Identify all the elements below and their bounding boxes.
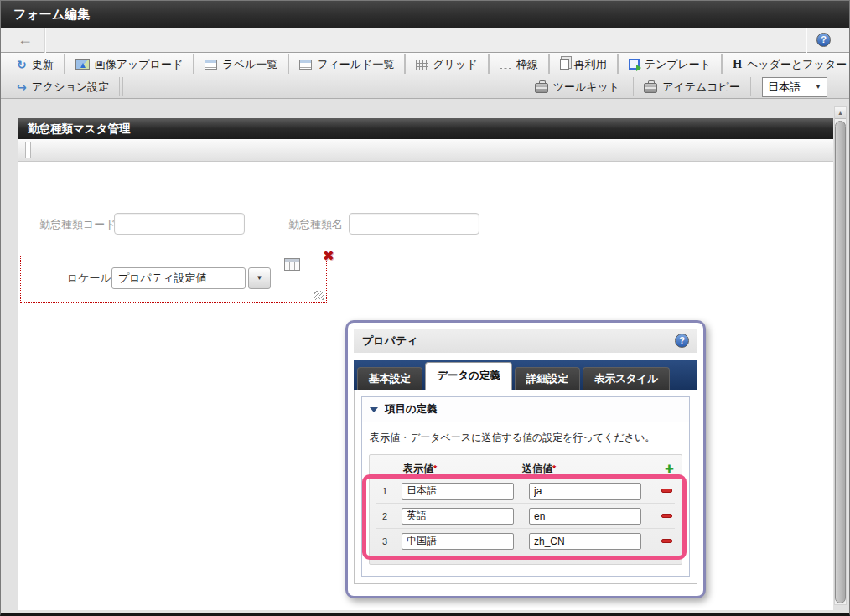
item-copy-icon xyxy=(644,83,657,93)
section-body: 表示値・データベースに送信する値の設定を行ってください。 表示値* 送信値* ✚… xyxy=(362,422,689,572)
remove-row-button[interactable] xyxy=(661,539,672,543)
tab-detail-settings[interactable]: 詳細設定 xyxy=(515,367,580,390)
scroll-thumb[interactable] xyxy=(835,121,846,603)
toolbar-button-label: ツールキット xyxy=(553,80,620,95)
tab-display-style[interactable]: 表示スタイル xyxy=(583,367,670,390)
section-header[interactable]: 項目の定義 xyxy=(362,397,689,422)
field-list-icon xyxy=(299,60,312,70)
row-number: 2 xyxy=(376,511,393,521)
toolbar-button-border[interactable]: 枠線 xyxy=(490,54,547,75)
toolbar-separator xyxy=(548,54,550,74)
toolbar-button-label: ヘッダーとフッター xyxy=(747,57,847,72)
table-row: 2 xyxy=(376,503,675,528)
toolbar-separator xyxy=(617,54,619,74)
row-number: 1 xyxy=(376,486,393,496)
locale-select[interactable]: プロパティ設定値 xyxy=(111,267,246,289)
nav-separator xyxy=(44,28,46,53)
update-icon: ↻ xyxy=(17,59,27,70)
locale-widget[interactable]: ロケール プロパティ設定値 ▼ ✖ xyxy=(20,256,327,303)
display-value-input[interactable] xyxy=(402,533,514,550)
add-row-button[interactable]: ✚ xyxy=(665,463,674,474)
image-upload-icon xyxy=(75,59,90,70)
action-settings-icon: ↪ xyxy=(17,81,27,93)
dialog-help-icon[interactable]: ? xyxy=(675,334,689,348)
toolbar-button-label: アイテムコピー xyxy=(662,80,740,95)
toolbar-button-reuse[interactable]: 再利用 xyxy=(551,54,616,75)
page-title: 勤怠種類マスタ管理 xyxy=(18,118,833,139)
toolbar-button-field-list[interactable]: フィールド一覧 xyxy=(290,54,403,75)
toolbar-button-update[interactable]: ↻ 更新 xyxy=(8,54,63,75)
toolbar-button-grid[interactable]: グリッド xyxy=(407,54,486,75)
canvas-body: 勤怠種類コード 勤怠種類名 ロケール プロパティ設定値 ▼ ✖ プロパティ ? … xyxy=(18,162,833,610)
plus-icon: ✚ xyxy=(665,463,674,475)
toolbar-separator xyxy=(721,54,723,74)
dialog-content: 項目の定義 表示値・データベースに送信する値の設定を行ってください。 表示値* … xyxy=(354,390,697,584)
toolkit-icon xyxy=(535,83,548,93)
locale-select-arrow[interactable]: ▼ xyxy=(248,267,271,289)
vertical-scrollbar[interactable]: ▲ xyxy=(834,106,847,605)
tab-data-definition[interactable]: データの定義 xyxy=(425,362,512,390)
toolbar-button-label: フィールド一覧 xyxy=(317,57,394,72)
back-button[interactable]: ← xyxy=(12,30,39,50)
dialog-title: プロパティ xyxy=(362,334,418,349)
toolbar-separator xyxy=(750,77,754,96)
remove-row-button[interactable] xyxy=(661,489,672,493)
canvas-grip xyxy=(25,142,31,158)
toolbar-button-label: ラベル一覧 xyxy=(222,57,277,72)
back-arrow-icon: ← xyxy=(18,31,33,48)
toolbar-button-image-upload[interactable]: 画像アップロード xyxy=(66,54,193,75)
delete-widget-icon[interactable]: ✖ xyxy=(323,247,334,265)
row-number: 3 xyxy=(376,536,393,546)
window-title: フォーム編集 xyxy=(1,1,849,28)
toolbar-separator xyxy=(193,54,194,74)
toolbar-button-item-copy[interactable]: アイテムコピー xyxy=(635,77,749,97)
send-value-input[interactable] xyxy=(529,533,641,550)
table-settings-icon[interactable] xyxy=(284,258,300,271)
language-select[interactable]: 日本語 ▼ xyxy=(762,77,827,97)
properties-dialog: プロパティ ? 基本設定 データの定義 詳細設定 表示スタイル 項目の定義 xyxy=(345,320,706,598)
tab-basic-settings[interactable]: 基本設定 xyxy=(357,367,422,390)
toolbar-separator xyxy=(630,77,634,96)
toolbar-button-header-footer[interactable]: H ヘッダーとフッター xyxy=(723,54,850,75)
toolbar-row-2: ↪ アクション設定 ツールキット アイテムコピー 日本語 ▼ xyxy=(1,75,849,98)
kintai-code-input[interactable] xyxy=(114,213,245,235)
toolbar-separator xyxy=(119,77,123,96)
toolbar-button-toolkit[interactable]: ツールキット xyxy=(526,77,630,97)
kintai-name-input[interactable] xyxy=(349,213,479,235)
locale-label: ロケール xyxy=(67,271,111,286)
column-header-send-value: 送信値* xyxy=(522,462,641,476)
toolbar-button-label-list[interactable]: ラベル一覧 xyxy=(195,54,287,75)
nav-bar: ← ? xyxy=(1,28,849,53)
toolbar-row-1: ↻ 更新 画像アップロード ラベル一覧 フィールド一覧 グリッド xyxy=(1,53,849,75)
dialog-tab-bar: 基本設定 データの定義 詳細設定 表示スタイル xyxy=(354,360,697,390)
form-editor-window: フォーム編集 ← ? ↻ 更新 画像アップロード ラベル一覧 xyxy=(0,0,850,616)
table-row: 3 xyxy=(376,528,675,553)
section-title: 項目の定義 xyxy=(385,402,438,417)
toolbar-button-label: 枠線 xyxy=(516,57,538,72)
help-icon[interactable]: ? xyxy=(816,33,831,47)
section-description: 表示値・データベースに送信する値の設定を行ってください。 xyxy=(370,431,682,445)
reuse-icon xyxy=(560,59,569,70)
toolbar: ↻ 更新 画像アップロード ラベル一覧 フィールド一覧 グリッド xyxy=(1,53,849,99)
toolbar-separator xyxy=(488,54,490,74)
kintai-name-label: 勤怠種類名 xyxy=(288,213,343,236)
header-footer-icon: H xyxy=(733,59,742,70)
send-value-input[interactable] xyxy=(529,508,641,525)
toolbar-button-action-settings[interactable]: ↪ アクション設定 xyxy=(8,77,118,97)
chevron-down-icon: ▼ xyxy=(257,274,263,282)
template-icon xyxy=(629,59,640,70)
toolbar-button-label: 画像アップロード xyxy=(95,57,184,72)
border-icon xyxy=(500,60,511,69)
display-value-input[interactable] xyxy=(402,508,514,525)
toolbar-separator xyxy=(288,54,289,74)
resize-handle[interactable] xyxy=(314,291,324,300)
display-value-input[interactable] xyxy=(402,483,514,500)
language-select-value: 日本語 xyxy=(768,80,801,95)
scroll-up-button[interactable]: ▲ xyxy=(835,107,846,119)
collapse-caret-icon xyxy=(370,407,378,412)
toolbar-button-template[interactable]: テンプレート xyxy=(619,54,721,75)
toolbar-button-label: 更新 xyxy=(32,57,54,72)
send-value-input[interactable] xyxy=(529,483,641,500)
required-asterisk: * xyxy=(433,463,437,474)
remove-row-button[interactable] xyxy=(661,514,672,518)
